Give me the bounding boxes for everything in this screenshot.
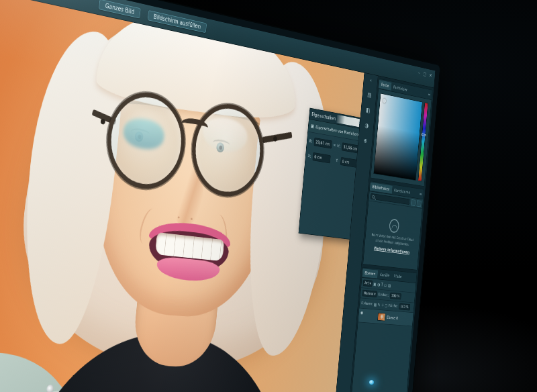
fit-image-button[interactable]: Ganzes Bild — [99, 0, 141, 18]
width-field[interactable]: 23,67 cm — [313, 138, 332, 149]
subject-mouth — [142, 218, 235, 286]
monitor-power-led — [369, 380, 374, 385]
tab-eigenschaften[interactable]: Eigenschaften — [311, 111, 336, 121]
window-controls: – ▢ ✕ — [418, 70, 432, 78]
close-icon[interactable]: ✕ — [429, 72, 432, 78]
minimize-icon[interactable]: – — [418, 70, 420, 75]
opacity-label: Deckkr.: — [378, 292, 389, 297]
filter-type-layers-icon[interactable]: T — [381, 282, 383, 287]
height-field[interactable]: 31,56 cm — [342, 142, 359, 153]
tab-pfade[interactable]: Pfade — [391, 272, 404, 281]
subject-shirt-pin — [46, 385, 54, 392]
color-panel: Farbe Farbfelder ≡ — [371, 79, 433, 187]
lock-all-icon[interactable]: ◻ — [385, 303, 387, 307]
libraries-grid-view-button[interactable] — [411, 199, 416, 205]
lock-label: Fixieren: — [361, 301, 373, 306]
saturation-brightness-field[interactable] — [373, 93, 422, 181]
expand-panels-icon[interactable]: « — [369, 77, 372, 83]
y-field[interactable]: 0 cm — [340, 157, 358, 168]
layer-visibility-icon[interactable]: ◉ — [360, 310, 377, 322]
filter-shape-layers-icon[interactable]: ▭ — [384, 283, 387, 288]
tab-kanaele[interactable]: Kanäle — [377, 270, 392, 279]
fill-field[interactable]: 100 % — [399, 303, 410, 311]
collapsed-swatches-panel-icon[interactable]: ▤ — [367, 91, 372, 98]
filter-adjustment-layers-icon[interactable]: ◑ — [377, 282, 381, 287]
lock-transparency-icon[interactable]: ▦ — [374, 302, 377, 307]
blend-mode-select[interactable]: Normal ▾ — [362, 290, 377, 298]
screen-glare-spot — [336, 115, 360, 127]
layer-name: Ebene 0 — [387, 315, 398, 320]
filter-smart-objects-icon[interactable]: ▨ — [388, 283, 391, 287]
collapsed-adjustments-panel-icon[interactable]: ◧ — [366, 106, 371, 113]
creative-cloud-icon — [389, 218, 399, 233]
lock-paint-icon[interactable]: ✎ — [377, 302, 380, 307]
color-panel-menu-icon[interactable]: ≡ — [428, 92, 432, 97]
collapsed-histogram-panel-icon[interactable]: ◑ — [364, 121, 369, 129]
photoshop-window: Ganzes Bild Bildschirm ausfüllen – ▢ ✕ — [0, 0, 435, 392]
filter-pixel-layers-icon[interactable]: ▣ — [373, 281, 377, 287]
search-icon — [372, 195, 375, 199]
tab-ebenen[interactable]: Ebenen — [362, 268, 379, 278]
lock-position-icon[interactable]: + — [381, 303, 384, 307]
pixel-layer-icon: ▣ — [310, 123, 314, 129]
collapsed-info-panel-icon[interactable]: ⊕ — [363, 137, 367, 144]
layers-empty-area — [347, 322, 412, 392]
libraries-panel-menu-icon[interactable]: ≡ — [420, 191, 424, 197]
layer-filter-select[interactable]: Art ▾ — [363, 279, 373, 287]
maximize-icon[interactable]: ▢ — [423, 71, 426, 77]
layer-thumbnail — [377, 313, 385, 322]
monitor-screen: Ganzes Bild Bildschirm ausfüllen – ▢ ✕ — [0, 0, 440, 392]
more-information-link[interactable]: Weitere Informationen — [374, 246, 409, 254]
photographed-monitor-scene: Ganzes Bild Bildschirm ausfüllen – ▢ ✕ — [0, 0, 537, 392]
opacity-field[interactable]: 100 % — [389, 293, 401, 300]
tab-farbe[interactable]: Farbe — [379, 80, 391, 91]
libraries-list-view-button[interactable] — [417, 200, 422, 207]
fill-label: Fläche: — [389, 303, 398, 308]
libraries-panel: Bibliotheken Korrekturen ≡ — [363, 181, 424, 270]
x-field[interactable]: 0 cm — [312, 152, 330, 164]
